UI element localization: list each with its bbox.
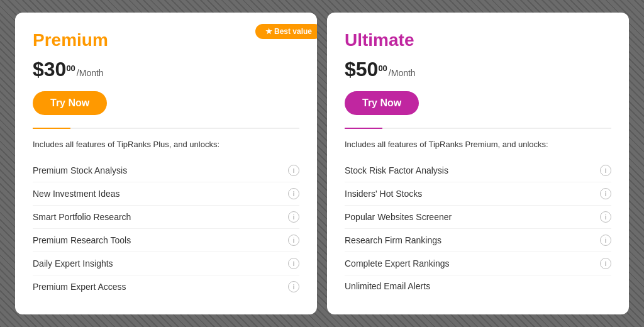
- list-item: Unlimited Email Alerts: [345, 275, 611, 297]
- list-item: Premium Research Tools i: [33, 229, 299, 252]
- list-item: New Investment Ideas i: [33, 182, 299, 206]
- info-icon[interactable]: i: [288, 235, 299, 246]
- ultimate-card: Ultimate $50 00 /Month Try Now Includes …: [327, 13, 629, 314]
- list-item: Daily Expert Insights i: [33, 252, 299, 275]
- feature-label: Smart Portfolio Research: [33, 212, 131, 222]
- feature-label: Complete Expert Rankings: [345, 258, 450, 269]
- list-item: Smart Portfolio Research i: [33, 206, 299, 229]
- ultimate-price-dollar: $50: [345, 58, 378, 81]
- list-item: Premium Stock Analysis i: [33, 159, 299, 182]
- ultimate-includes-text: Includes all features of TipRanks Premiu…: [345, 139, 611, 150]
- info-icon[interactable]: i: [600, 188, 611, 199]
- best-value-badge: ★ Best value: [255, 24, 317, 39]
- feature-label: Insiders' Hot Stocks: [345, 189, 422, 199]
- feature-label: Research Firm Rankings: [345, 235, 441, 245]
- info-icon[interactable]: i: [288, 188, 299, 199]
- ultimate-price-cents: 00: [378, 64, 387, 72]
- ultimate-price-row: $50 00 /Month: [345, 58, 611, 81]
- info-icon[interactable]: i: [600, 165, 611, 176]
- ultimate-plan-name: Ultimate: [345, 30, 611, 50]
- list-item: Complete Expert Rankings i: [345, 252, 611, 275]
- info-icon[interactable]: i: [600, 211, 611, 223]
- feature-label: Daily Expert Insights: [33, 258, 113, 269]
- premium-divider: [33, 128, 299, 129]
- premium-includes-text: Includes all features of TipRanks Plus, …: [33, 139, 299, 150]
- premium-try-now-button[interactable]: Try Now: [33, 91, 107, 115]
- info-icon[interactable]: i: [600, 258, 611, 269]
- ultimate-divider: [345, 128, 611, 129]
- feature-label: Premium Expert Access: [33, 282, 126, 292]
- info-icon[interactable]: i: [288, 165, 299, 176]
- list-item: Insiders' Hot Stocks i: [345, 182, 611, 206]
- feature-label: Stock Risk Factor Analysis: [345, 165, 448, 175]
- ultimate-price-period: /Month: [389, 68, 416, 78]
- list-item: Research Firm Rankings i: [345, 229, 611, 252]
- premium-card: ★ Best value Premium $30 00 /Month Try N…: [15, 13, 317, 314]
- feature-label: Popular Websites Screener: [345, 212, 452, 222]
- ultimate-try-now-button[interactable]: Try Now: [345, 91, 419, 115]
- info-icon[interactable]: i: [288, 281, 299, 292]
- feature-label: Premium Research Tools: [33, 235, 131, 245]
- premium-feature-list: Premium Stock Analysis i New Investment …: [33, 159, 299, 298]
- info-icon[interactable]: i: [288, 258, 299, 269]
- list-item: Popular Websites Screener i: [345, 206, 611, 229]
- ultimate-feature-list: Stock Risk Factor Analysis i Insiders' H…: [345, 159, 611, 297]
- premium-price-cents: 00: [66, 64, 75, 72]
- info-icon[interactable]: i: [288, 211, 299, 223]
- info-icon[interactable]: i: [600, 235, 611, 246]
- premium-price-period: /Month: [77, 68, 104, 78]
- premium-price-dollar: $30: [33, 58, 66, 81]
- feature-label: Premium Stock Analysis: [33, 165, 127, 175]
- feature-label: New Investment Ideas: [33, 189, 120, 199]
- list-item: Stock Risk Factor Analysis i: [345, 159, 611, 182]
- best-value-text: ★ Best value: [265, 27, 312, 36]
- list-item: Premium Expert Access i: [33, 275, 299, 298]
- premium-price-row: $30 00 /Month: [33, 58, 299, 81]
- feature-label: Unlimited Email Alerts: [345, 281, 430, 291]
